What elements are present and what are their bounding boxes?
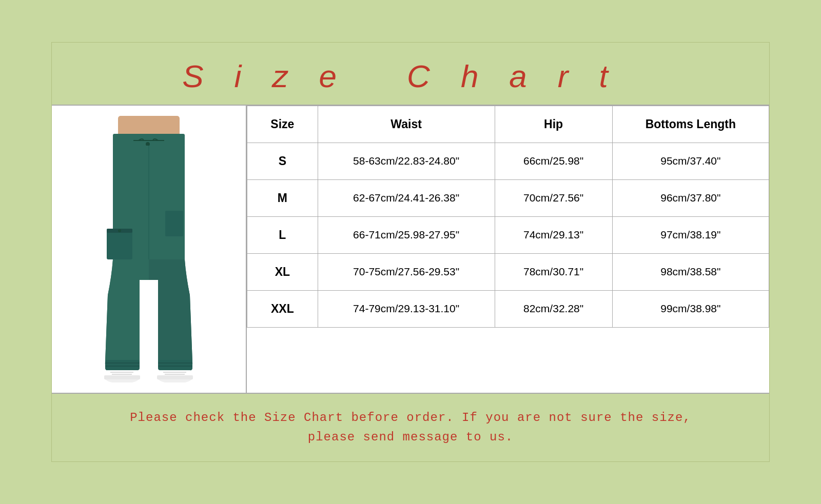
cell-waist: 74-79cm/29.13-31.10" <box>318 290 495 327</box>
table-row: M 62-67cm/24.41-26.38" 70cm/27.56" 96cm/… <box>247 179 769 216</box>
cell-hip: 82cm/32.28" <box>495 290 612 327</box>
table-header-row: Size Waist Hip Bottoms Length <box>247 106 769 143</box>
page-title: Size Chart <box>62 58 759 94</box>
cell-length: 96cm/37.80" <box>612 179 769 216</box>
cell-length: 97cm/38.19" <box>612 216 769 253</box>
header-section: Size Chart <box>52 43 769 105</box>
col-header-waist: Waist <box>318 106 495 143</box>
table-row: L 66-71cm/25.98-27.95" 74cm/29.13" 97cm/… <box>247 216 769 253</box>
size-table: Size Waist Hip Bottoms Length S 58-63cm/… <box>247 106 769 328</box>
product-image-section <box>52 106 247 393</box>
cell-size: L <box>247 216 318 253</box>
footer-line2: please send message to us. <box>62 428 759 447</box>
size-table-section: Size Waist Hip Bottoms Length S 58-63cm/… <box>247 106 769 393</box>
svg-point-3 <box>146 142 150 146</box>
cell-length: 99cm/38.98" <box>612 290 769 327</box>
cell-waist: 58-63cm/22.83-24.80" <box>318 143 495 179</box>
cell-size: M <box>247 179 318 216</box>
cell-length: 98cm/38.58" <box>612 253 769 290</box>
cell-hip: 70cm/27.56" <box>495 179 612 216</box>
cell-size: XL <box>247 253 318 290</box>
col-header-hip: Hip <box>495 106 612 143</box>
svg-rect-17 <box>104 375 140 379</box>
cell-waist: 62-67cm/24.41-26.38" <box>318 179 495 216</box>
cell-size: XXL <box>247 290 318 327</box>
pants-image <box>82 116 216 382</box>
svg-rect-9 <box>105 360 140 370</box>
svg-rect-0 <box>118 116 180 136</box>
footer-section: Please check the Size Chart before order… <box>52 394 769 462</box>
cell-hip: 78cm/30.71" <box>495 253 612 290</box>
svg-rect-12 <box>158 360 192 370</box>
svg-point-6 <box>118 229 121 232</box>
table-row: XXL 74-79cm/29.13-31.10" 82cm/32.28" 99c… <box>247 290 769 327</box>
size-chart-container: Size Chart <box>51 42 770 462</box>
table-row: XL 70-75cm/27.56-29.53" 78cm/30.71" 98cm… <box>247 253 769 290</box>
cell-hip: 66cm/25.98" <box>495 143 612 179</box>
col-header-length: Bottoms Length <box>612 106 769 143</box>
table-row: S 58-63cm/22.83-24.80" 66cm/25.98" 95cm/… <box>247 143 769 179</box>
cell-length: 95cm/37.40" <box>612 143 769 179</box>
cell-size: S <box>247 143 318 179</box>
col-header-size: Size <box>247 106 318 143</box>
svg-rect-4 <box>107 229 132 259</box>
svg-rect-22 <box>157 375 193 379</box>
main-content: Size Waist Hip Bottoms Length S 58-63cm/… <box>52 105 769 394</box>
pants-svg-illustration <box>82 116 216 382</box>
cell-waist: 66-71cm/25.98-27.95" <box>318 216 495 253</box>
footer-line1: Please check the Size Chart before order… <box>62 408 759 428</box>
cell-hip: 74cm/29.13" <box>495 216 612 253</box>
cell-waist: 70-75cm/27.56-29.53" <box>318 253 495 290</box>
svg-rect-7 <box>165 211 183 236</box>
